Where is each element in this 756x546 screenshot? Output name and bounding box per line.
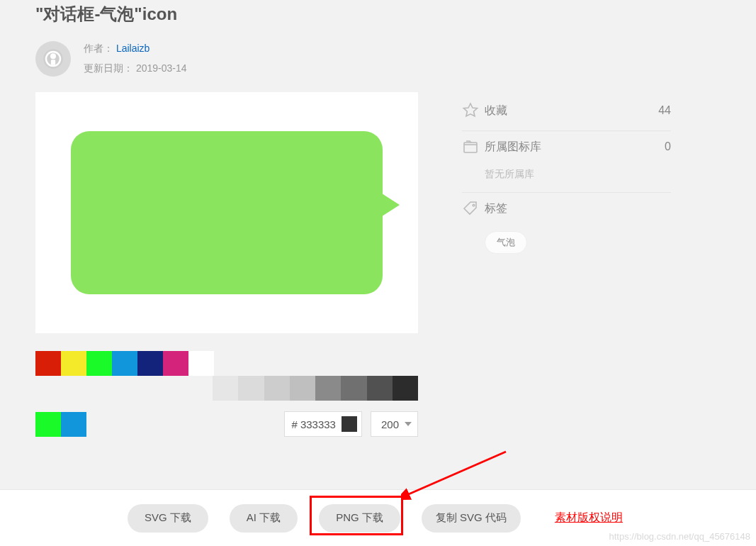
color-swatch[interactable]	[290, 376, 315, 401]
color-swatch[interactable]	[341, 376, 366, 401]
user-avatar-icon	[43, 48, 64, 69]
tag-icon	[462, 200, 479, 217]
color-swatch[interactable]	[393, 376, 418, 401]
speech-bubble-tail	[380, 192, 400, 218]
library-label: 所属图标库	[485, 140, 541, 155]
author-link[interactable]: Lailaizb	[116, 43, 149, 54]
library-empty: 暂无所属库	[462, 161, 671, 193]
color-swatch[interactable]	[35, 412, 61, 437]
icon-preview	[35, 92, 418, 333]
ai-download-button[interactable]: AI 下载	[230, 504, 298, 533]
watermark: https://blog.csdn.net/qq_45676148	[609, 531, 751, 542]
color-swatch[interactable]	[264, 376, 290, 401]
svg-point-2	[50, 53, 56, 59]
color-swatch[interactable]	[238, 376, 264, 401]
color-swatch[interactable]	[61, 412, 86, 437]
avatar[interactable]	[35, 41, 71, 77]
png-download-button[interactable]: PNG 下载	[319, 504, 400, 533]
size-select[interactable]: 200	[371, 411, 418, 437]
page-title: "对话框-气泡"icon	[35, 0, 721, 41]
favorite-count: 44	[658, 104, 671, 117]
color-swatch[interactable]	[163, 351, 188, 376]
speech-bubble-icon	[71, 131, 383, 294]
author-row: 作者： Lailaizb 更新日期： 2019-03-14	[35, 41, 721, 77]
color-swatch[interactable]	[315, 376, 341, 401]
favorite-label: 收藏	[485, 104, 507, 118]
svg-download-button[interactable]: SVG 下载	[128, 504, 208, 533]
library-count: 0	[665, 140, 671, 153]
svg-rect-4	[464, 143, 477, 152]
tags-label: 标签	[485, 201, 507, 216]
svg-point-5	[473, 204, 475, 206]
color-swatch[interactable]	[213, 376, 238, 401]
chevron-down-icon	[405, 422, 412, 426]
hex-value: 333333	[300, 418, 336, 430]
copyright-link[interactable]: 素材版权说明	[555, 511, 623, 525]
updated-value: 2019-03-14	[136, 62, 187, 74]
tag-chip[interactable]: 气泡	[485, 231, 527, 254]
star-icon	[462, 102, 479, 119]
author-label: 作者：	[84, 43, 113, 54]
color-swatch[interactable]	[367, 376, 393, 401]
color-swatch[interactable]	[35, 351, 61, 376]
hex-input[interactable]: # 333333	[284, 411, 362, 437]
color-swatch[interactable]	[112, 351, 137, 376]
library-row[interactable]: 所属图标库 0	[462, 131, 671, 161]
color-swatch[interactable]	[86, 351, 112, 376]
color-swatch-white[interactable]	[188, 351, 214, 376]
size-value: 200	[381, 418, 399, 430]
svg-rect-3	[51, 60, 55, 65]
hex-swatch	[342, 416, 357, 432]
tags-row: 标签	[462, 193, 671, 220]
hex-prefix: #	[292, 418, 298, 430]
folder-icon	[462, 138, 479, 155]
favorite-row[interactable]: 收藏 44	[462, 95, 671, 131]
color-palette: # 333333 200	[35, 351, 418, 437]
updated-label: 更新日期：	[84, 62, 133, 74]
color-swatch[interactable]	[137, 351, 163, 376]
copy-svg-button[interactable]: 复制 SVG 代码	[422, 504, 521, 533]
color-swatch[interactable]	[61, 351, 86, 376]
